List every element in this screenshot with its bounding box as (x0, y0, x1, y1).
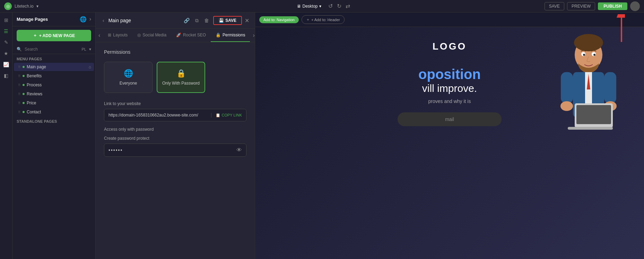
dot (23, 84, 25, 86)
chevron-down-icon[interactable]: ▾ (89, 47, 91, 52)
page-name: Price (27, 101, 91, 105)
panel-title: Manage Pages (17, 17, 48, 22)
sidebar-item-layers[interactable]: ◧ (1, 71, 11, 80)
email-input-area[interactable]: mail (398, 112, 502, 126)
redo-icon[interactable]: ↻ (337, 3, 341, 9)
svg-rect-10 (561, 72, 573, 103)
page-list-panel: Manage Pages 🌐 › ＋ + ADD NEW PAGE 🔍 PL ▾… (12, 12, 96, 259)
drag-icon: ⠿ (18, 92, 20, 96)
drag-icon: ⠿ (18, 83, 20, 87)
tabs-left-arrow[interactable]: ‹ (96, 29, 103, 42)
everyone-option[interactable]: 🌐 Everyone (104, 62, 153, 93)
tabs-bar: ‹ ⊞ Layouts ◎ Social Media 🚀 Rocket SEO … (96, 29, 255, 42)
svg-rect-15 (576, 105, 611, 124)
drag-icon: ⠿ (18, 65, 20, 69)
tab-rocket-seo[interactable]: 🚀 Rocket SEO (171, 29, 211, 42)
duplicate-btn[interactable]: ⧉ (194, 17, 200, 24)
globe-icon[interactable]: 🌐 (80, 16, 87, 23)
chevron-down-icon[interactable]: ▾ (36, 4, 38, 9)
app-title: Litetech.io (15, 4, 34, 9)
active-dot (23, 66, 25, 68)
svg-rect-16 (568, 127, 613, 130)
drag-icon: ⠿ (18, 110, 20, 114)
desktop-device-btn[interactable]: 🖥 Desktop ▾ (294, 2, 324, 10)
props-header: ‹ Main page 🔗 ⧉ 🗑 💾 SAVE ✕ (96, 12, 255, 29)
close-props-btn[interactable]: ✕ (245, 17, 249, 24)
permissions-content: Permissions 🌐 Everyone 🔒 Only With Passw… (96, 42, 255, 259)
svg-point-12 (560, 101, 573, 111)
website-description: proves and why it is (418, 98, 481, 104)
link-form-group: Link to your website 📋 COPY LINK (104, 101, 246, 121)
top-bar: ◎ Litetech.io ▾ 🖥 Desktop ▾ ↺ ↻ ⇄ SAVE P… (0, 0, 644, 12)
page-name: Main page (27, 64, 87, 69)
panel-header: Manage Pages 🌐 › (12, 12, 95, 26)
search-input[interactable] (25, 47, 79, 52)
dot (23, 102, 25, 104)
panel-header-icons: 🌐 › (80, 16, 91, 23)
save-props-btn[interactable]: 💾 SAVE (213, 16, 242, 25)
tab-social-media[interactable]: ◎ Social Media (132, 29, 171, 42)
url-input[interactable] (104, 109, 211, 121)
link-icon-btn[interactable]: 🔗 (182, 17, 191, 24)
user-avatar[interactable] (630, 1, 640, 11)
undo-icon[interactable]: ↺ (328, 3, 333, 9)
page-item-reviews[interactable]: ⠿ Reviews (14, 90, 94, 98)
access-only-label: Access only with password (104, 127, 246, 132)
website-headline: oposition (418, 66, 481, 83)
password-label: Only With Password (162, 81, 200, 86)
preview-btn[interactable]: PREVIEW (567, 2, 595, 10)
add-new-page-btn[interactable]: ＋ + ADD NEW PAGE (17, 30, 91, 41)
permission-options: 🌐 Everyone 🔒 Only With Password (104, 62, 246, 93)
password-form-group: Create password protect 👁 (104, 136, 246, 157)
main-layout: ⊞ ☰ ✎ ★ 📈 ◧ Manage Pages 🌐 › ＋ + ADD NE (0, 12, 644, 259)
menu-pages-label: Menu Pages (12, 54, 95, 62)
pages-icon: ⊞ (4, 17, 8, 23)
permissions-section-title: Permissions (104, 49, 246, 55)
page-item-contact[interactable]: ⠿ Contact (14, 108, 94, 116)
headline-text: oposition (418, 67, 481, 82)
page-name: Contact (27, 110, 91, 114)
publish-btn[interactable]: PUBLISH (598, 2, 627, 10)
create-password-label: Create password protect (104, 136, 246, 141)
tabs-right-arrow[interactable]: › (250, 29, 255, 42)
password-toggle-btn[interactable]: 👁 (232, 147, 246, 153)
sidebar-item-active[interactable]: ☰ (1, 26, 11, 36)
lock-option-icon: 🔒 (176, 69, 186, 78)
add-to-header-btn[interactable]: ＋ + Add to: Header (302, 15, 345, 24)
website-subheadline: vill improve. (418, 83, 481, 94)
expand-icon[interactable]: › (89, 16, 91, 23)
page-item-process[interactable]: ⠿ Process (14, 81, 94, 89)
everyone-label: Everyone (120, 81, 137, 86)
copy-link-btn[interactable]: 📋 COPY LINK (211, 113, 246, 118)
tab-permissions[interactable]: 🔒 Permissions (211, 29, 250, 42)
top-bar-right: SAVE PREVIEW PUBLISH (545, 1, 640, 11)
url-row: 📋 COPY LINK (104, 109, 246, 121)
search-lang[interactable]: PL (82, 47, 86, 51)
back-btn[interactable]: ‹ (101, 17, 106, 24)
password-option[interactable]: 🔒 Only With Password (157, 62, 205, 93)
drag-icon: ⠿ (18, 74, 20, 78)
search-icon: 🔍 (17, 47, 22, 52)
canvas-dark-background: LOGO oposition vill improve. proves and … (255, 27, 644, 259)
sidebar-item-chart[interactable]: 📈 (1, 60, 11, 69)
layers-icon: ◧ (4, 73, 8, 78)
page-item-price[interactable]: ⠿ Price (14, 99, 94, 107)
share-icon[interactable]: ⇄ (346, 3, 350, 9)
save-top-btn[interactable]: SAVE (545, 2, 564, 10)
sidebar-item-star[interactable]: ★ (1, 49, 11, 58)
dot (23, 75, 25, 77)
trash-btn[interactable]: 🗑 (203, 17, 210, 24)
layouts-icon: ⊞ (108, 33, 111, 37)
edit-icon: ✎ (4, 40, 8, 45)
page-item-main[interactable]: ⠿ Main page ⌂ (14, 63, 94, 71)
svg-point-2 (574, 34, 603, 51)
password-input[interactable] (104, 144, 232, 156)
sidebar-item-pages[interactable]: ⊞ (1, 15, 11, 25)
save-icon: 💾 (219, 18, 224, 23)
page-item-benefits[interactable]: ⠿ Benefits (14, 72, 94, 80)
menu-icon: ☰ (4, 28, 8, 34)
tab-layouts[interactable]: ⊞ Layouts (103, 29, 132, 42)
sidebar-item-edit[interactable]: ✎ (1, 37, 11, 47)
add-to-navigation-btn[interactable]: Add to: Navigation (259, 16, 299, 23)
svg-rect-11 (604, 72, 616, 103)
